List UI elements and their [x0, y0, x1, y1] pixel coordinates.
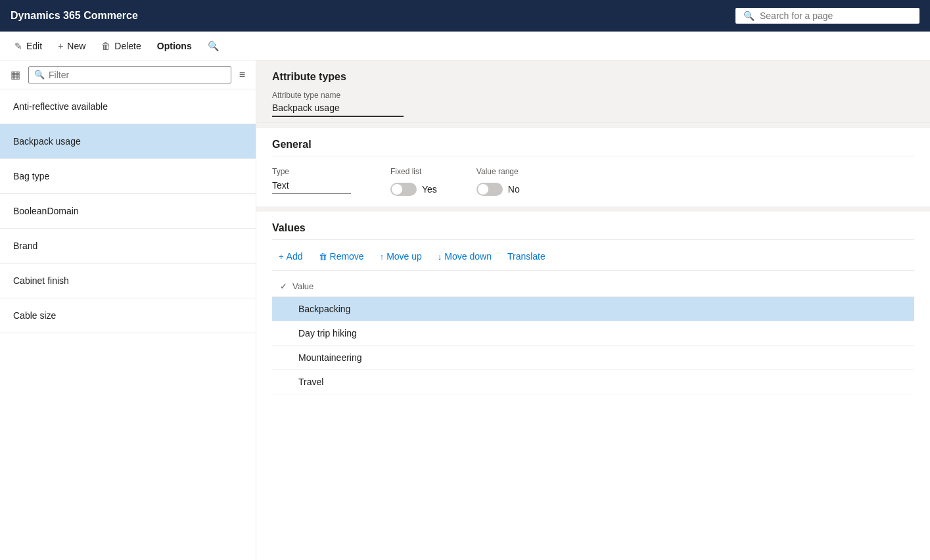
sidebar-item-backpack-usage[interactable]: Backpack usage: [0, 124, 256, 159]
filter-search-icon: 🔍: [34, 70, 45, 80]
filter-input-wrap: 🔍: [28, 66, 231, 83]
general-title: General: [272, 139, 914, 156]
right-panel: Attribute types Attribute type name Back…: [256, 60, 930, 560]
search-bar[interactable]: 🔍: [735, 8, 919, 24]
values-table: ✓ Value Backpacking Day trip hiking Moun…: [272, 276, 914, 394]
search-icon: 🔍: [743, 11, 755, 21]
values-title: Values: [272, 222, 914, 240]
fixed-list-toggle-row: Yes: [390, 183, 437, 196]
move-down-button[interactable]: ↓ Move down: [431, 248, 498, 265]
toolbar: ✎ Edit + New 🗑 Delete Options 🔍: [0, 32, 930, 60]
search-toolbar-icon: 🔍: [208, 41, 219, 51]
type-label: Type: [272, 167, 351, 176]
sidebar-item-cable-size[interactable]: Cable size: [0, 298, 256, 333]
general-fields: Type Text Fixed list Yes Value range No: [272, 167, 914, 196]
check-placeholder: ✓: [280, 281, 287, 291]
add-button[interactable]: + Add: [272, 248, 310, 265]
new-icon: +: [58, 41, 63, 51]
attribute-type-name-label: Attribute type name: [272, 91, 914, 100]
values-column-header: ✓ Value: [272, 276, 914, 297]
filter-icon: ▦: [11, 69, 20, 80]
value-range-value: No: [508, 184, 520, 195]
fixed-list-value: Yes: [422, 184, 437, 195]
options-button[interactable]: Options: [151, 37, 198, 55]
filter-icon-button[interactable]: ▦: [8, 66, 23, 83]
attribute-types-title: Attribute types: [272, 71, 914, 83]
sidebar-item-anti-reflective[interactable]: Anti-reflective available: [0, 89, 256, 124]
attribute-header: Attribute types Attribute type name Back…: [256, 60, 930, 123]
fixed-list-toggle[interactable]: [390, 183, 417, 196]
edit-button[interactable]: ✎ Edit: [8, 37, 49, 55]
value-row-backpacking[interactable]: Backpacking: [272, 297, 914, 321]
sidebar-item-boolean-domain[interactable]: BooleanDomain: [0, 194, 256, 229]
general-section: General Type Text Fixed list Yes Value r…: [256, 128, 930, 206]
remove-button[interactable]: 🗑 Remove: [312, 248, 371, 265]
sidebar-list: Anti-reflective available Backpack usage…: [0, 89, 256, 560]
type-value: Text: [272, 180, 351, 194]
value-range-toggle[interactable]: [477, 183, 503, 196]
delete-button[interactable]: 🗑 Delete: [95, 37, 147, 55]
move-down-icon: ↓: [438, 252, 442, 262]
sidebar: ▦ 🔍 ≡ Anti-reflective available Backpack…: [0, 60, 256, 560]
sort-icon[interactable]: ≡: [237, 66, 248, 83]
values-toolbar: + Add 🗑 Remove ↑ Move up ↓ Move down Tra…: [272, 248, 914, 271]
delete-icon: 🗑: [101, 41, 110, 51]
move-up-button[interactable]: ↑ Move up: [373, 248, 429, 265]
move-up-icon: ↑: [380, 252, 384, 262]
fixed-list-field-group: Fixed list Yes: [390, 167, 437, 196]
app-title: Dynamics 365 Commerce: [11, 10, 725, 22]
values-section: Values + Add 🗑 Remove ↑ Move up ↓ Move d…: [256, 212, 930, 560]
top-nav: Dynamics 365 Commerce 🔍: [0, 0, 930, 32]
attribute-type-name-value: Backpack usage: [272, 103, 404, 117]
add-icon: +: [279, 252, 284, 262]
translate-button[interactable]: Translate: [501, 248, 552, 265]
value-row-mountaineering[interactable]: Mountaineering: [272, 346, 914, 370]
type-field-group: Type Text: [272, 167, 351, 194]
search-toolbar-button[interactable]: 🔍: [201, 37, 225, 55]
edit-icon: ✎: [14, 41, 22, 51]
sidebar-item-bag-type[interactable]: Bag type: [0, 159, 256, 194]
value-range-label: Value range: [477, 167, 520, 176]
remove-icon: 🗑: [319, 252, 327, 262]
filter-input[interactable]: [49, 70, 225, 80]
sidebar-item-cabinet-finish[interactable]: Cabinet finish: [0, 264, 256, 298]
main-layout: ▦ 🔍 ≡ Anti-reflective available Backpack…: [0, 60, 930, 560]
value-row-day-trip-hiking[interactable]: Day trip hiking: [272, 321, 914, 346]
sidebar-tools: ▦ 🔍 ≡: [0, 60, 256, 89]
value-range-toggle-row: No: [477, 183, 520, 196]
sidebar-item-brand[interactable]: Brand: [0, 229, 256, 264]
value-row-travel[interactable]: Travel: [272, 370, 914, 394]
new-button[interactable]: + New: [51, 37, 92, 55]
value-range-field-group: Value range No: [477, 167, 520, 196]
fixed-list-label: Fixed list: [390, 167, 437, 176]
search-input[interactable]: [760, 11, 912, 21]
